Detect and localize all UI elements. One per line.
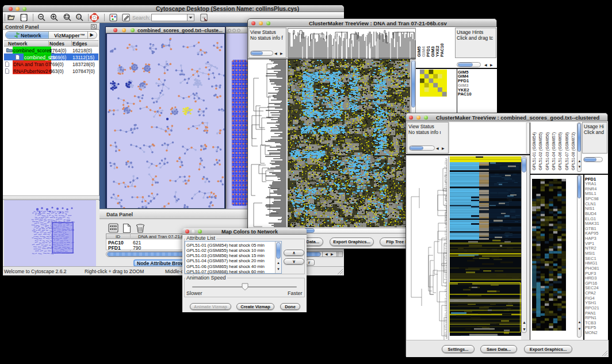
- svg-text:GPL51-02 (GSM855): GPL51-02 (GSM855): [538, 132, 543, 170]
- svg-text:Search:: Search:: [132, 15, 150, 21]
- svg-text:GPL51-01 (GSM854): GPL51-01 (GSM854): [532, 132, 537, 170]
- svg-text:PAC10: PAC10: [439, 43, 445, 57]
- svg-text:GPL51-08 (GSM872): GPL51-08 (GSM872): [571, 132, 576, 170]
- svg-text:GPL51-04 (GSM857): GPL51-04 (GSM857): [552, 132, 556, 170]
- svg-text:GPL51-07 (GSM868): GPL51-07 (GSM868): [565, 132, 569, 170]
- svg-text:GPL51-06 (GSM865): GPL51-06 (GSM865): [558, 132, 563, 170]
- svg-text:GPL51-03 (GSM856): GPL51-03 (GSM856): [545, 132, 550, 170]
- svg-text:1:1: 1:1: [78, 16, 82, 18]
